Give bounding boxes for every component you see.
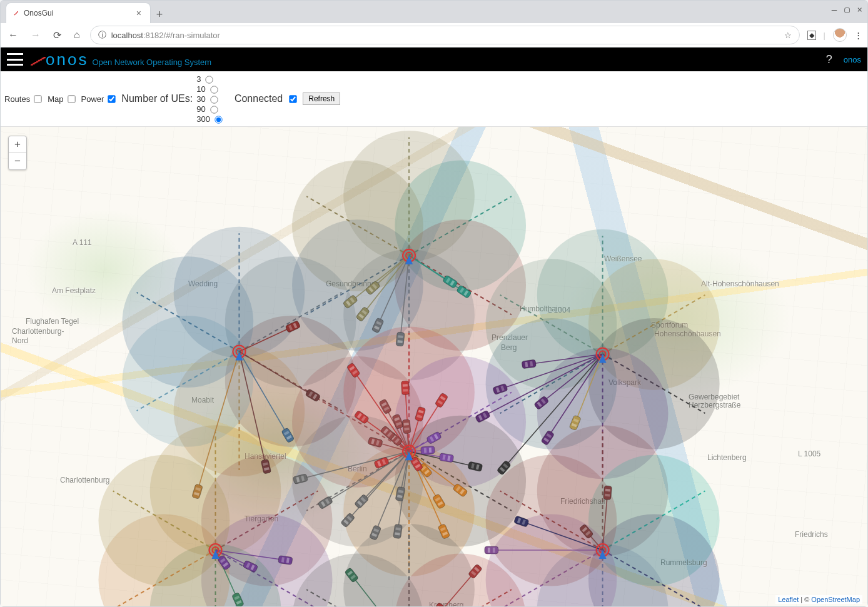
- osm-link[interactable]: OpenStreetMap: [811, 596, 860, 603]
- svg-rect-312: [424, 448, 427, 453]
- ues-radio-input-30[interactable]: [210, 96, 218, 103]
- favicon-swoosh-icon: ⟋: [13, 9, 20, 18]
- ue-car-icon: [393, 524, 403, 538]
- ue-car-icon: [278, 556, 293, 565]
- brand-subtitle: Open Network Operating System: [92, 58, 211, 67]
- zoom-in-button[interactable]: +: [9, 136, 26, 153]
- kebab-menu-icon[interactable]: ⋮: [854, 31, 862, 40]
- map-canvas[interactable]: WeddingGesundbrunnenPrenzlauerBergWeißen…: [1, 127, 867, 606]
- zoom-control: + −: [8, 136, 27, 170]
- svg-rect-189: [403, 389, 408, 391]
- ue-car-icon: [522, 359, 536, 369]
- window-minimize-button[interactable]: —: [832, 4, 837, 14]
- svg-rect-188: [403, 384, 408, 386]
- browser-window: ⟋ OnosGui × + — ▢ × ← → ⟳ ⌂ ⓘ localhost:…: [0, 0, 868, 607]
- new-tab-button[interactable]: +: [151, 6, 168, 23]
- svg-rect-311: [429, 448, 432, 453]
- svg-point-34: [486, 259, 617, 390]
- help-icon[interactable]: ?: [826, 53, 832, 66]
- routes-checkbox[interactable]: [34, 95, 42, 103]
- map-checkbox[interactable]: [68, 95, 75, 103]
- address-bar[interactable]: ⓘ localhost:8182/#/ran-simulator ☆: [90, 26, 800, 44]
- refresh-button[interactable]: Refresh: [303, 93, 340, 105]
- tab-close-icon[interactable]: ×: [134, 8, 144, 18]
- connected-label: Connected: [235, 93, 283, 104]
- browser-tab[interactable]: ⟋ OnosGui ×: [6, 3, 151, 23]
- svg-rect-235: [393, 524, 403, 538]
- tab-strip: ⟋ OnosGui × + — ▢ ×: [1, 1, 867, 23]
- url-port: :8182: [143, 31, 164, 40]
- svg-rect-286: [278, 556, 293, 565]
- brand-name: onos: [46, 50, 88, 69]
- separator: |: [824, 31, 825, 40]
- nav-forward-button[interactable]: →: [28, 29, 43, 41]
- svg-point-22: [122, 256, 253, 388]
- svg-rect-276: [493, 548, 495, 553]
- svg-rect-159: [398, 335, 403, 338]
- sim-toolbar: Routes Map Power Number of UEs: 3 10 30 …: [1, 71, 867, 127]
- power-toggle[interactable]: Power: [81, 93, 118, 105]
- ues-radio-input-90[interactable]: [210, 106, 218, 113]
- site-info-icon[interactable]: ⓘ: [98, 29, 106, 41]
- tab-title: OnosGui: [24, 9, 53, 18]
- svg-rect-306: [404, 428, 409, 431]
- window-maximize-button[interactable]: ▢: [844, 4, 849, 14]
- ues-radio-input-3[interactable]: [206, 76, 213, 83]
- ue-car-icon: [402, 419, 411, 434]
- map-attribution: Leaflet | © OpenStreetMap: [775, 595, 862, 604]
- ue-car-icon: [401, 381, 409, 395]
- svg-rect-157: [396, 332, 405, 346]
- svg-point-58: [99, 455, 230, 586]
- routes-toggle[interactable]: Routes: [4, 93, 44, 105]
- ue-car-icon: [421, 446, 435, 454]
- map-toggle[interactable]: Map: [48, 93, 77, 105]
- ue-car-icon: [603, 486, 612, 500]
- hamburger-menu-button[interactable]: [7, 53, 23, 66]
- power-checkbox[interactable]: [108, 95, 116, 103]
- url-host: localhost: [111, 31, 143, 40]
- ue-car-icon: [485, 546, 498, 554]
- profile-avatar-icon[interactable]: [833, 28, 847, 42]
- nav-reload-button[interactable]: ⟳: [51, 29, 64, 41]
- svg-rect-187: [401, 381, 409, 395]
- bookmark-star-icon[interactable]: ☆: [784, 31, 792, 40]
- svg-rect-305: [403, 423, 408, 426]
- ues-radio-input-10[interactable]: [210, 86, 218, 93]
- window-close-button[interactable]: ×: [857, 4, 862, 14]
- svg-rect-275: [488, 548, 490, 553]
- zoom-out-button[interactable]: −: [9, 153, 26, 169]
- connected-checkbox[interactable]: [290, 95, 297, 103]
- svg-rect-158: [397, 340, 402, 343]
- brand: ⟋ onos Open Network Operating System: [28, 50, 211, 69]
- nav-back-button[interactable]: ←: [6, 29, 21, 41]
- address-row: ← → ⟳ ⌂ ⓘ localhost:8182/#/ran-simulator…: [1, 23, 867, 48]
- app-header: ⟋ onos Open Network Operating System ? o…: [1, 48, 867, 71]
- svg-rect-270: [605, 494, 610, 497]
- ues-radio-3[interactable]: 3: [196, 74, 225, 84]
- svg-rect-268: [603, 486, 612, 500]
- browser-actions: ◆ | ⋮: [807, 28, 862, 42]
- window-controls: — ▢ ×: [832, 4, 862, 14]
- topology-layer: [1, 127, 867, 606]
- svg-rect-310: [421, 446, 435, 454]
- ues-label: Number of UEs:: [121, 93, 193, 104]
- leaflet-link[interactable]: Leaflet: [778, 596, 799, 603]
- ues-radio-90[interactable]: 90: [196, 104, 225, 114]
- extension-icon[interactable]: ◆: [807, 31, 816, 40]
- svg-rect-250: [522, 359, 536, 369]
- ues-radio-10[interactable]: 10: [196, 84, 225, 94]
- svg-rect-304: [402, 419, 411, 434]
- user-link[interactable]: onos: [844, 55, 861, 64]
- ues-radio-group: 3 10 30 90 300: [196, 74, 227, 124]
- svg-rect-269: [605, 489, 610, 492]
- ue-car-icon: [396, 332, 405, 346]
- ues-radio-input-300[interactable]: [214, 116, 222, 123]
- url-path: /#/ran-simulator: [164, 31, 220, 40]
- nav-home-button[interactable]: ⌂: [71, 29, 83, 41]
- ues-radio-30[interactable]: 30: [196, 94, 225, 104]
- svg-point-70: [486, 455, 617, 586]
- svg-rect-274: [485, 546, 498, 554]
- ues-radio-300[interactable]: 300: [196, 114, 225, 124]
